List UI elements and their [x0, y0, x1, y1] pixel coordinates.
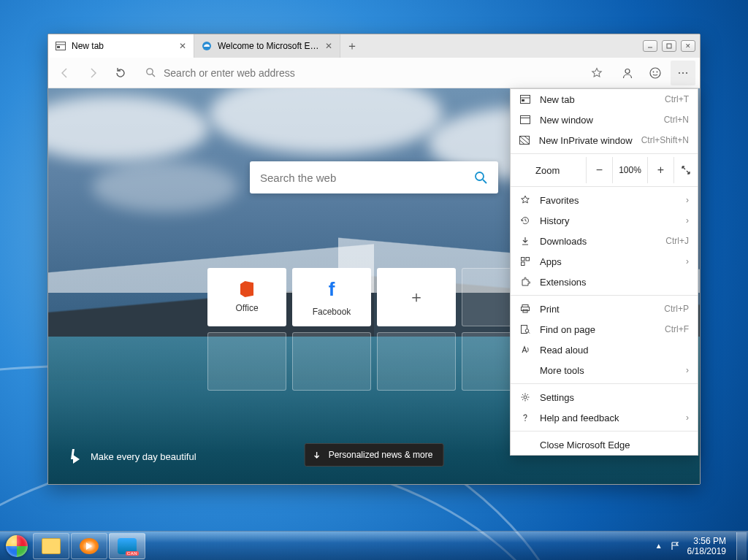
taskbar-media-player[interactable] [71, 533, 107, 559]
system-tray: ▲ 3:56 PM 6/18/2019 [648, 536, 733, 556]
svg-point-6 [147, 69, 153, 74]
web-search-box[interactable] [250, 161, 498, 193]
tile-facebook[interactable]: f Facebook [292, 268, 371, 326]
svg-point-13 [682, 72, 684, 73]
svg-point-12 [679, 72, 680, 73]
menu-history[interactable]: History › [511, 210, 698, 231]
chevron-right-icon: › [686, 413, 689, 423]
menu-favorites[interactable]: Favorites › [511, 190, 698, 210]
quick-links: Office f Facebook ＋ [207, 268, 541, 391]
search-submit-icon[interactable] [473, 170, 488, 185]
taskbar-clock[interactable]: 3:56 PM 6/18/2019 [687, 536, 726, 556]
settings-menu-button[interactable] [671, 61, 695, 85]
maximize-button[interactable] [662, 40, 676, 52]
star-icon [519, 195, 531, 205]
navigation-bar [48, 58, 700, 88]
zoom-label: Zoom [511, 157, 587, 183]
profile-button[interactable] [615, 61, 640, 85]
close-icon[interactable]: ✕ [325, 41, 332, 51]
tab-label: New tab [72, 41, 173, 51]
newtab-page-icon [56, 42, 66, 50]
zoom-level: 100% [613, 157, 648, 183]
tab-strip: New tab ✕ Welcome to Microsoft Edge Can…… [48, 34, 700, 58]
tab-label: Welcome to Microsoft Edge Can… [218, 41, 319, 51]
zoom-in-button[interactable]: + [648, 157, 674, 183]
taskbar-edge-canary[interactable] [109, 533, 145, 559]
fullscreen-button[interactable] [674, 165, 698, 175]
action-center-flag-icon[interactable] [670, 541, 680, 551]
chevron-right-icon: › [686, 256, 689, 266]
bing-tagline[interactable]: Make every day beautiful [70, 449, 196, 464]
menu-zoom: Zoom − 100% + [511, 157, 698, 183]
svg-point-14 [686, 72, 687, 73]
address-input[interactable] [164, 67, 584, 79]
menu-new-inprivate[interactable]: New InPrivate window Ctrl+Shift+N [511, 130, 698, 150]
menu-more-tools[interactable]: More tools › [511, 360, 698, 380]
plus-icon: ＋ [408, 286, 424, 308]
feedback-button[interactable] [643, 61, 668, 85]
tile-empty[interactable] [377, 332, 456, 391]
menu-read-aloud[interactable]: Read aloud [511, 340, 698, 360]
window-icon [519, 115, 531, 124]
forward-button[interactable] [80, 61, 105, 85]
menu-new-tab[interactable]: New tab Ctrl+T [511, 89, 698, 110]
chevron-right-icon: › [686, 365, 689, 375]
address-bar[interactable] [139, 61, 609, 85]
menu-new-window[interactable]: New window Ctrl+N [511, 110, 698, 130]
svg-point-15 [476, 172, 484, 180]
tray-overflow-icon[interactable]: ▲ [655, 542, 663, 550]
bing-icon [70, 449, 82, 464]
menu-help[interactable]: Help and feedback › [511, 407, 698, 428]
taskbar-explorer[interactable] [33, 533, 69, 559]
zoom-out-button[interactable]: − [587, 157, 613, 183]
menu-print[interactable]: Print Ctrl+P [511, 299, 698, 319]
menu-apps[interactable]: Apps › [511, 251, 698, 272]
tagline-text: Make every day beautiful [91, 451, 196, 462]
new-tab-button[interactable]: ＋ [340, 34, 364, 58]
svg-rect-19 [522, 99, 524, 101]
close-window-button[interactable]: ✕ [681, 40, 695, 52]
start-button[interactable] [1, 533, 32, 559]
web-search-input[interactable] [260, 172, 466, 184]
svg-line-16 [483, 180, 486, 183]
help-icon [519, 413, 531, 423]
chevron-right-icon: › [686, 195, 689, 205]
minimize-button[interactable] [643, 40, 657, 52]
menu-find[interactable]: Find on page Ctrl+F [511, 319, 698, 340]
menu-downloads[interactable]: Downloads Ctrl+J [511, 231, 698, 251]
tab-newtab[interactable]: New tab ✕ [48, 34, 194, 58]
svg-rect-24 [526, 258, 530, 261]
refresh-button[interactable] [108, 61, 133, 85]
chevron-down-icon [313, 450, 321, 459]
clock-date: 6/18/2019 [687, 546, 726, 556]
tile-add[interactable]: ＋ [377, 268, 456, 326]
search-icon [145, 67, 156, 78]
svg-rect-5 [667, 44, 671, 48]
menu-settings[interactable]: Settings [511, 387, 698, 407]
tile-office[interactable]: Office [207, 268, 286, 326]
svg-point-8 [625, 69, 630, 73]
svg-rect-20 [521, 116, 530, 124]
svg-point-33 [524, 420, 526, 421]
news-label: Personalized news & more [329, 450, 433, 460]
taskbar: ▲ 3:56 PM 6/18/2019 [0, 531, 748, 560]
close-icon[interactable]: ✕ [179, 41, 186, 51]
menu-close-edge[interactable]: Close Microsoft Edge [511, 434, 698, 455]
menu-extensions[interactable]: Extensions [511, 272, 698, 292]
history-icon [519, 215, 531, 226]
news-toggle[interactable]: Personalized news & more [305, 443, 444, 467]
download-icon [519, 236, 531, 246]
show-desktop-button[interactable] [736, 532, 747, 560]
extensions-icon [519, 277, 531, 287]
apps-icon [519, 256, 531, 266]
tile-label: Facebook [313, 307, 351, 317]
office-icon [240, 281, 253, 297]
back-button[interactable] [53, 61, 77, 85]
tab-welcome[interactable]: Welcome to Microsoft Edge Can… ✕ [194, 34, 340, 58]
tile-label: Office [235, 303, 258, 313]
tile-empty[interactable] [292, 332, 371, 391]
svg-point-32 [524, 396, 527, 399]
favorite-star-icon[interactable] [591, 67, 603, 79]
tile-empty[interactable] [207, 332, 286, 391]
clock-time: 3:56 PM [693, 536, 726, 546]
